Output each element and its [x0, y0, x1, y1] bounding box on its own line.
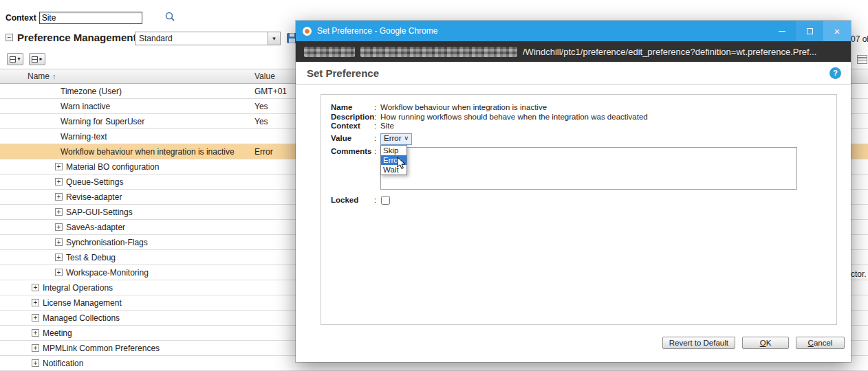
value-select[interactable]: Error ∨	[380, 133, 412, 145]
revert-to-default-button[interactable]: Revert to Default	[662, 337, 735, 349]
colon-separator	[374, 134, 380, 144]
name-label: Name	[331, 103, 374, 113]
expand-icon[interactable]: +	[32, 284, 39, 291]
row-name: MPMLink Common Preferences	[43, 344, 160, 353]
expand-all-icon[interactable]: ▸	[29, 53, 45, 65]
context-label: Context	[6, 13, 36, 23]
row-name: Material BO configuration	[66, 162, 159, 172]
preference-management-header: − Preference Management Standard ▾	[6, 32, 136, 43]
name-column-header[interactable]: Name ↑	[0, 71, 56, 81]
url-text: /Windchill/ptc1/preference/edit_preferen…	[523, 47, 843, 57]
view-dropdown-value: Standard	[135, 34, 268, 43]
redacted-url-segment	[304, 47, 355, 57]
value-column-header[interactable]: Value	[254, 71, 275, 81]
row-name: Warning for SuperUser	[61, 117, 144, 126]
context-input[interactable]	[39, 12, 142, 24]
comments-textarea[interactable]	[380, 147, 797, 190]
dropdown-option[interactable]: Skip	[381, 146, 406, 155]
favicon-icon	[303, 27, 312, 36]
close-button[interactable]: ×	[823, 21, 851, 41]
row-name: Managed Collections	[43, 313, 120, 323]
row-name: License Management	[43, 298, 122, 308]
description-row: Description How running workflows should…	[331, 113, 836, 122]
description-value: How running workflows should behave when…	[380, 113, 648, 122]
expand-icon[interactable]: +	[32, 329, 39, 337]
row-name: Timezone (User)	[61, 87, 122, 96]
expand-icon[interactable]: +	[55, 163, 63, 170]
row-name: Meeting	[43, 328, 72, 338]
colon-separator	[374, 122, 380, 131]
screen: Context − Preference Management Standard…	[0, 0, 868, 371]
expand-icon[interactable]: +	[32, 314, 39, 322]
row-name: Queue-Settings	[66, 177, 123, 187]
row-value: Error	[254, 147, 273, 157]
sort-ascending-icon: ↑	[52, 72, 56, 80]
search-icon[interactable]	[164, 11, 175, 24]
description-label: Description	[331, 113, 374, 122]
arrow-down-glyph: ▾	[17, 56, 20, 62]
chevron-down-icon: ∨	[404, 134, 409, 144]
row-value: GMT+01	[254, 87, 287, 96]
address-bar[interactable]: /Windchill/ptc1/preference/edit_preferen…	[296, 41, 851, 62]
row-value: Yes	[254, 117, 268, 126]
mouse-cursor	[397, 157, 406, 172]
window-title: Set Preference - Google Chrome	[317, 26, 768, 36]
row-name: Revise-adapter	[66, 192, 122, 202]
expand-icon[interactable]: +	[32, 299, 39, 306]
row-name: Warning-text	[61, 132, 107, 142]
name-header-label: Name	[28, 71, 50, 81]
collapse-all-icon[interactable]: ▾	[7, 53, 23, 65]
colon-separator	[374, 196, 380, 204]
cancel-button[interactable]: Cancel	[796, 337, 845, 349]
expand-icon[interactable]: +	[32, 359, 39, 367]
row-name: Workspace-Monitoring	[66, 268, 149, 278]
name-row: Name Workflow behaviour when integration…	[331, 103, 836, 113]
list-view-icon[interactable]	[857, 55, 867, 64]
row-name: Integral Operations	[43, 283, 113, 293]
value-label: Value	[331, 134, 374, 144]
maximize-icon	[807, 28, 813, 34]
expand-icon[interactable]: +	[55, 238, 63, 246]
object-count-fragment: 07 ob	[851, 34, 868, 44]
value-row: Value Error ∨	[331, 133, 836, 145]
dialog-header: Set Preference ?	[296, 62, 851, 85]
dialog-title: Set Preference	[307, 67, 829, 79]
page-title: Preference Management	[17, 32, 136, 43]
context-row: Context	[6, 11, 175, 24]
ok-button[interactable]: OK	[742, 337, 789, 349]
row-name: SAP-GUI-Settings	[66, 207, 133, 217]
help-icon[interactable]: ?	[829, 67, 841, 79]
clipped-text-fragment: ctor.	[851, 269, 867, 279]
expand-icon[interactable]: +	[55, 193, 63, 201]
redacted-url-segment	[360, 47, 517, 57]
minimize-button[interactable]	[768, 21, 796, 41]
chevron-down-icon[interactable]: ▾	[268, 32, 280, 45]
expand-icon[interactable]: +	[55, 208, 63, 216]
expand-icon[interactable]: +	[32, 344, 39, 352]
colon-separator	[374, 103, 380, 113]
locked-row: Locked	[331, 196, 836, 205]
dialog-footer: Revert to DefaultOKCancel	[662, 337, 845, 349]
colon-separator	[374, 147, 380, 190]
context-row: Context Site	[331, 122, 836, 131]
name-value: Workflow behaviour when integration is i…	[380, 103, 547, 113]
dialog-content: Set Preference ? Name Workflow behaviour…	[296, 62, 851, 362]
context-label: Context	[331, 122, 374, 131]
collapse-icon[interactable]: −	[6, 34, 13, 41]
row-name: Warn inactive	[61, 102, 110, 111]
locked-checkbox[interactable]	[381, 196, 390, 205]
row-name: Workflow behaviour when integration is i…	[61, 147, 235, 157]
preference-form: Name Workflow behaviour when integration…	[321, 94, 837, 325]
maximize-button[interactable]	[796, 21, 823, 41]
set-preference-window: Set Preference - Google Chrome × /Windch…	[296, 21, 851, 362]
grid-glyph	[32, 56, 38, 63]
expand-icon[interactable]: +	[55, 223, 63, 231]
expand-icon[interactable]: +	[55, 254, 63, 261]
view-dropdown[interactable]: Standard ▾	[135, 32, 281, 45]
window-titlebar[interactable]: Set Preference - Google Chrome ×	[296, 21, 851, 41]
comments-label: Comments	[331, 147, 374, 190]
expand-icon[interactable]: +	[55, 178, 63, 186]
row-name: Notification	[43, 359, 83, 368]
expand-icon[interactable]: +	[55, 269, 63, 276]
row-name: SaveAs-adapter	[66, 223, 125, 232]
